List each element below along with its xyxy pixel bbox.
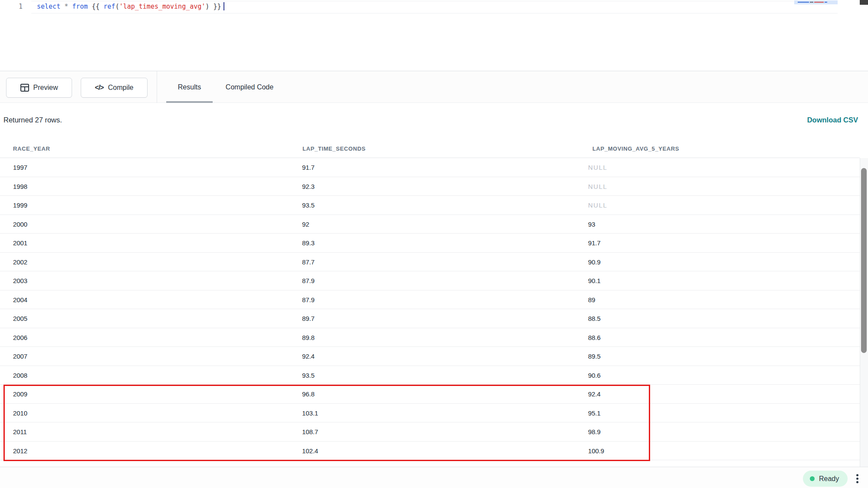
- cell-lap-time-seconds: 92: [302, 220, 309, 228]
- cell-race-year: 2000: [13, 220, 27, 228]
- table-grid-icon: [20, 84, 29, 92]
- cell-lap-time-seconds: 87.7: [302, 258, 315, 265]
- cell-lap-time-seconds: 92.4: [302, 353, 315, 360]
- cell-race-year: 2001: [13, 239, 27, 247]
- editor-scrollbar[interactable]: [860, 0, 868, 5]
- cell-race-year: 2012: [13, 447, 27, 454]
- cell-race-year: 2008: [13, 371, 27, 379]
- table-row: 199791.7NULL: [0, 158, 860, 177]
- code-line[interactable]: select * from {{ ref('lap_times_moving_a…: [37, 2, 224, 10]
- code-token: [60, 3, 64, 10]
- cell-lap-time-seconds: 93.5: [302, 201, 315, 209]
- cell-lap-time-seconds: 102.4: [302, 447, 318, 454]
- table-row: 20009293: [0, 215, 860, 234]
- cell-lap-time-seconds: 89.7: [302, 315, 315, 322]
- table-row: 200792.489.5: [0, 347, 860, 366]
- column-header-lap-moving-avg[interactable]: LAP_MOVING_AVG_5_YEARS: [592, 145, 679, 152]
- status-badge-label: Ready: [819, 475, 839, 483]
- row-count-text: Returned 27 rows.: [3, 116, 62, 124]
- tab-compiled-code[interactable]: Compiled Code: [219, 71, 280, 103]
- preview-button[interactable]: Preview: [6, 78, 72, 98]
- table-row: 199993.5NULL: [0, 196, 860, 215]
- cell-lap-moving-avg: 89: [588, 296, 595, 303]
- table-row: 200487.989: [0, 290, 860, 310]
- column-header-lap-time-seconds[interactable]: LAP_TIME_SECONDS: [302, 145, 365, 152]
- cell-lap-moving-avg: 88.6: [588, 333, 601, 341]
- cell-lap-moving-avg: 98.9: [588, 428, 601, 435]
- code-token: [68, 3, 72, 10]
- table-row: 200189.391.7: [0, 234, 860, 253]
- results-scrollbar-thumb[interactable]: [861, 168, 867, 353]
- table-row: 2010103.195.1: [0, 404, 860, 423]
- cell-lap-moving-avg: NULL: [588, 182, 607, 190]
- cell-race-year: 2006: [13, 333, 27, 341]
- column-header-race-year[interactable]: RACE_YEAR: [13, 145, 50, 152]
- cell-lap-moving-avg: 95.1: [588, 409, 601, 416]
- cell-lap-moving-avg: 93: [588, 220, 595, 228]
- cell-lap-time-seconds: 87.9: [302, 277, 315, 284]
- cell-lap-moving-avg: 89.5: [588, 353, 601, 360]
- cell-race-year: 2010: [13, 409, 27, 416]
- table-row: 200893.590.6: [0, 366, 860, 385]
- table-row: 2012102.4100.9: [0, 442, 860, 461]
- cell-lap-time-seconds: 87.9: [302, 296, 315, 303]
- table-row: 200996.892.4: [0, 385, 860, 404]
- toolbar: Preview </> Compile Results Compiled Cod…: [0, 71, 868, 103]
- results-meta: Returned 27 rows. Download CSV: [0, 103, 868, 139]
- code-token: ref: [104, 3, 115, 10]
- table-header: RACE_YEAR LAP_TIME_SECONDS LAP_MOVING_AV…: [0, 141, 860, 158]
- table-row: 199892.3NULL: [0, 177, 860, 196]
- cell-race-year: 2007: [13, 353, 27, 360]
- code-token: {{: [88, 3, 103, 10]
- preview-button-label: Preview: [33, 84, 58, 92]
- cell-lap-time-seconds: 96.8: [302, 390, 315, 398]
- cell-lap-moving-avg: 91.7: [588, 239, 601, 247]
- tab-results-label: Results: [178, 83, 201, 91]
- cell-lap-time-seconds: 93.5: [302, 371, 315, 379]
- code-token: select: [37, 3, 60, 10]
- table-row: 2011108.798.9: [0, 422, 860, 442]
- cell-race-year: 2005: [13, 315, 27, 322]
- table-body: 199791.7NULL199892.3NULL199993.5NULL2000…: [0, 158, 860, 464]
- cell-race-year: 2004: [13, 296, 27, 303]
- compile-button[interactable]: </> Compile: [81, 78, 148, 98]
- toolbar-divider: [157, 71, 157, 103]
- compile-button-label: Compile: [108, 84, 134, 92]
- cell-lap-time-seconds: 108.7: [302, 428, 318, 435]
- cell-race-year: 2011: [13, 428, 27, 435]
- code-token: *: [64, 3, 68, 10]
- status-bar: Ready: [0, 467, 868, 488]
- cell-lap-moving-avg: 90.9: [588, 258, 601, 265]
- cell-lap-moving-avg: NULL: [588, 201, 607, 209]
- code-brackets-icon: </>: [95, 84, 104, 92]
- cell-race-year: 2002: [13, 258, 27, 265]
- minimap[interactable]: [794, 0, 838, 4]
- cell-lap-time-seconds: 91.7: [302, 164, 315, 171]
- green-dot-icon: [810, 476, 815, 481]
- cell-race-year: 1999: [13, 201, 27, 209]
- text-cursor: [224, 2, 224, 10]
- code-token: from: [72, 3, 88, 10]
- cell-race-year: 1998: [13, 182, 27, 190]
- kebab-vertical-icon[interactable]: [853, 471, 861, 486]
- cell-lap-moving-avg: 90.6: [588, 371, 601, 379]
- code-editor[interactable]: 1 select * from {{ ref('lap_times_moving…: [0, 0, 868, 71]
- tab-results[interactable]: Results: [166, 71, 213, 103]
- table-row: 200287.790.9: [0, 253, 860, 272]
- cell-lap-moving-avg: 88.5: [588, 315, 601, 322]
- sql-ide: 1 select * from {{ ref('lap_times_moving…: [0, 0, 868, 488]
- status-badge: Ready: [803, 471, 848, 487]
- code-token: (: [115, 3, 119, 10]
- cell-race-year: 2009: [13, 390, 27, 398]
- cell-lap-moving-avg: 90.1: [588, 277, 601, 284]
- cell-lap-time-seconds: 103.1: [302, 409, 318, 416]
- cell-lap-moving-avg: 100.9: [588, 447, 604, 454]
- code-token: 'lap_times_moving_avg': [119, 3, 206, 10]
- cell-lap-moving-avg: 92.4: [588, 390, 601, 398]
- download-csv-link[interactable]: Download CSV: [807, 116, 858, 124]
- tab-compiled-code-label: Compiled Code: [226, 83, 273, 91]
- code-token: }}: [209, 3, 221, 10]
- cell-lap-time-seconds: 89.8: [302, 333, 315, 341]
- cell-race-year: 1997: [13, 164, 27, 171]
- cell-lap-time-seconds: 89.3: [302, 239, 315, 247]
